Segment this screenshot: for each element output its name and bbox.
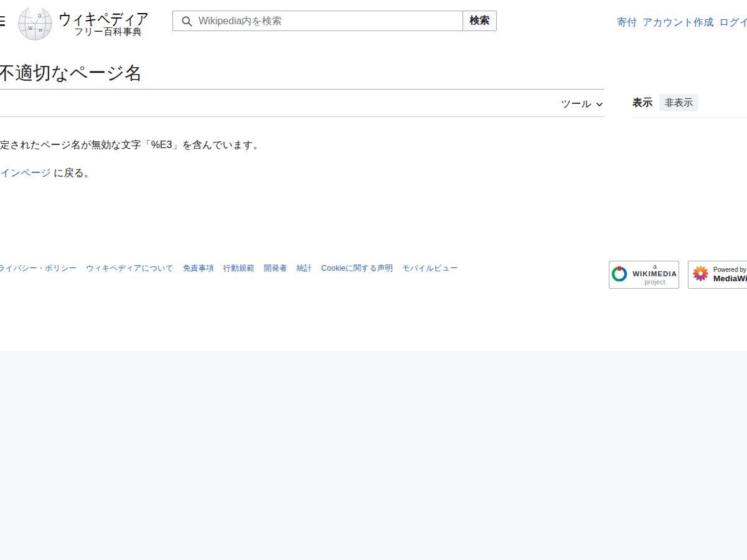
tools-dropdown[interactable]: ツール: [0, 96, 603, 112]
chevron-down-icon: [596, 98, 603, 110]
footer-link-mobile-view[interactable]: モバイルビュー: [402, 263, 458, 274]
footer-links: プライバシー・ポリシー ウィキペディアについて 免責事項 行動規範 開発者 統計…: [0, 263, 458, 274]
search-button[interactable]: 検索: [463, 11, 497, 31]
mediawiki-badge-line1: Powered by: [713, 267, 747, 273]
footer-link-code-of-conduct[interactable]: 行動規範: [223, 263, 255, 274]
appearance-hide-button[interactable]: 非表示: [659, 94, 698, 111]
hamburger-menu-icon[interactable]: [0, 16, 5, 29]
footer-link-developers[interactable]: 開発者: [264, 263, 288, 274]
tools-label: ツール: [561, 98, 591, 111]
error-message: 指定されたページ名が無効な文字「%E3」を含んでいます。: [0, 137, 263, 152]
page-title: 不適切なページ名: [0, 61, 143, 86]
wikimedia-badge[interactable]: a WIKIMEDIA project: [609, 261, 679, 289]
mediawiki-badge[interactable]: Powered by MediaWiki: [688, 261, 747, 289]
mediawiki-badge-text: Powered by MediaWiki: [713, 267, 747, 283]
login-link[interactable]: ログイン: [719, 16, 747, 29]
main-page-link[interactable]: メインページ: [0, 167, 51, 178]
page-end-background: [0, 351, 747, 560]
search-box[interactable]: [172, 11, 463, 31]
search-form: 検索: [172, 11, 497, 31]
svg-text:W: W: [28, 26, 33, 31]
toolbar-divider: [0, 116, 604, 117]
wikimedia-logo-icon: [611, 264, 628, 286]
hamburger-bar: [0, 24, 5, 26]
wikimedia-badge-line2: WIKIMEDIA: [632, 271, 677, 278]
wikipedia-tagline: フリー百科事典: [74, 26, 142, 38]
wikimedia-badge-line1: a: [632, 264, 677, 270]
footer-link-disclaimer[interactable]: 免責事項: [183, 263, 214, 274]
footer-link-privacy[interactable]: プライバシー・ポリシー: [0, 263, 77, 274]
return-suffix: に戻る。: [51, 167, 94, 178]
title-divider: [0, 89, 604, 90]
donate-link[interactable]: 寄付: [617, 16, 637, 29]
svg-text:И: И: [39, 28, 42, 32]
return-paragraph: メインページ に戻る。: [0, 165, 94, 180]
search-input[interactable]: [173, 11, 463, 30]
wikimedia-badge-text: a WIKIMEDIA project: [632, 264, 677, 286]
footer-link-cookie-statement[interactable]: Cookieに関する声明: [321, 263, 393, 274]
wikimedia-badge-line3: project: [632, 279, 677, 286]
footer-link-about[interactable]: ウィキペディアについて: [86, 263, 174, 274]
hamburger-bar: [0, 16, 5, 17]
user-links: 寄付 アカウント作成 ログイン: [617, 16, 747, 29]
hamburger-bar: [0, 21, 5, 22]
mediawiki-sunflower-icon: [692, 265, 709, 284]
appearance-heading: 表示: [632, 96, 652, 110]
appearance-divider: [632, 117, 747, 118]
create-account-link[interactable]: アカウント作成: [642, 16, 713, 29]
wikipedia-globe-icon[interactable]: W Ω И: [17, 5, 53, 43]
footer-link-statistics[interactable]: 統計: [296, 263, 312, 274]
magnifier-icon: [181, 16, 192, 27]
mediawiki-badge-line2: MediaWiki: [713, 274, 747, 283]
svg-text:Ω: Ω: [38, 13, 41, 17]
